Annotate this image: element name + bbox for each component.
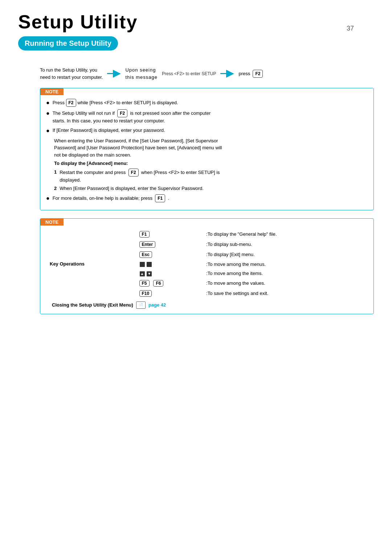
key-sq-cell (136, 260, 203, 269)
key-f10-cell: F10 (136, 288, 203, 299)
left-right-icon-2 (147, 262, 152, 267)
key-sq-desc: :To move among the menus. (203, 260, 368, 269)
key-f1-desc: :To display the "General help" file. (203, 229, 368, 239)
numbered-text-2: When [Enter Password] is displayed, ente… (60, 185, 204, 192)
down-icon: ▼ (147, 271, 152, 276)
note-text-2: The Setup Utility will not run if F2 is … (53, 109, 211, 125)
note-box-2: NOTE Key Operations F1 :To display the "… (40, 218, 374, 314)
closing-bold: Closing the Setup Utility (Exit Menu) (52, 302, 133, 308)
flow-row: To run the Setup Utility, youneed to res… (40, 66, 374, 81)
closing-line: Closing the Setup Utility (Exit Menu) 📄 … (46, 301, 368, 309)
note-box-1: NOTE ● Press F2 while [Press <F2> to ent… (40, 88, 374, 210)
key-f5f6-desc: :To move among the values. (203, 278, 368, 288)
f2-key-1: F2 (66, 99, 76, 107)
note-item-1: ● Press F2 while [Press <F2> to enter SE… (46, 99, 368, 107)
flow-step2: Upon seeingthis message (125, 66, 158, 81)
section-header: Running the Setup Utility (18, 36, 118, 50)
numbered-item-1: 1 Restart the computer and press F2 when… (54, 169, 368, 184)
f2-key-flow: F2 (253, 70, 263, 78)
bullet-2: ● (46, 109, 50, 118)
arrow-icon-1 (107, 70, 121, 78)
key-f1-cell: F1 (136, 229, 203, 239)
note-item-3: ● If [Enter Password] is displayed, ente… (46, 127, 368, 135)
left-right-icon-1 (140, 262, 145, 267)
key-ops-table: Key Operations F1 :To display the "Gener… (46, 229, 368, 299)
flow-step3: Press <F2> to enter SETUP (162, 71, 216, 76)
key-enter-cell: Enter (136, 239, 203, 250)
key-ops-header-row: Key Operations F1 :To display the "Gener… (46, 229, 368, 239)
note-text-4: For more details, on-line help is availa… (53, 194, 169, 202)
key-ud-desc: :To move among the items. (203, 269, 368, 278)
note-body-2: Key Operations F1 :To display the "Gener… (40, 229, 373, 309)
note-label-2: NOTE (40, 219, 64, 226)
note-bold-heading: To display the [Advanced] menu: (54, 160, 368, 167)
f2-key-2: F2 (117, 109, 127, 117)
key-ud-cell: ▲ ▼ (136, 269, 203, 278)
flow-step1: To run the Setup Utility, youneed to res… (40, 66, 103, 81)
f2-key-3: F2 (128, 169, 139, 177)
note-item-4: ● For more details, on-line help is avai… (46, 194, 368, 203)
esc-key: Esc (139, 251, 152, 258)
note-body-1: ● Press F2 while [Press <F2> to enter SE… (40, 99, 373, 203)
note-sub-1: When entering the User Password, if the … (54, 137, 368, 159)
key-enter-desc: :To display sub-menu. (203, 239, 368, 250)
key-ops-label: Key Operations (46, 229, 136, 299)
f1-key-2: F1 (139, 231, 150, 238)
enter-key: Enter (139, 241, 156, 248)
note-text-1: Press F2 while [Press <F2> to enter SETU… (53, 99, 178, 107)
page-title: Setup Utility (18, 11, 374, 33)
num-1: 1 (54, 169, 57, 176)
bullet-3: ● (46, 126, 50, 135)
numbered-item-2: 2 When [Enter Password] is displayed, en… (54, 185, 368, 192)
key-esc-cell: Esc (136, 250, 203, 260)
arrow-icon-2 (220, 70, 234, 78)
page-number: 37 (347, 25, 354, 32)
key-esc-desc: :To display [Exit] menu. (203, 250, 368, 260)
f6-key: F6 (153, 280, 163, 287)
f1-key-1: F1 (155, 194, 165, 202)
note-item-2: ● The Setup Utility will not run if F2 i… (46, 109, 368, 125)
key-f5f6-cell: F5 F6 (136, 278, 203, 288)
bullet-4: ● (46, 194, 50, 203)
note-label-1: NOTE (40, 88, 64, 95)
f10-key: F10 (139, 290, 152, 297)
numbered-text-1: Restart the computer and press F2 when [… (60, 169, 220, 184)
doc-icon: 📄 (136, 301, 146, 309)
flow-step4: press F2 (238, 70, 263, 78)
f5-key: F5 (139, 280, 150, 287)
up-icon: ▲ (140, 271, 145, 276)
num-2: 2 (54, 185, 57, 192)
note-text-3: If [Enter Password] is displayed, enter … (53, 127, 165, 134)
closing-page: page 42 (148, 302, 166, 308)
bullet-1: ● (46, 98, 50, 107)
key-f10-desc: :To save the settings and exit. (203, 288, 368, 299)
